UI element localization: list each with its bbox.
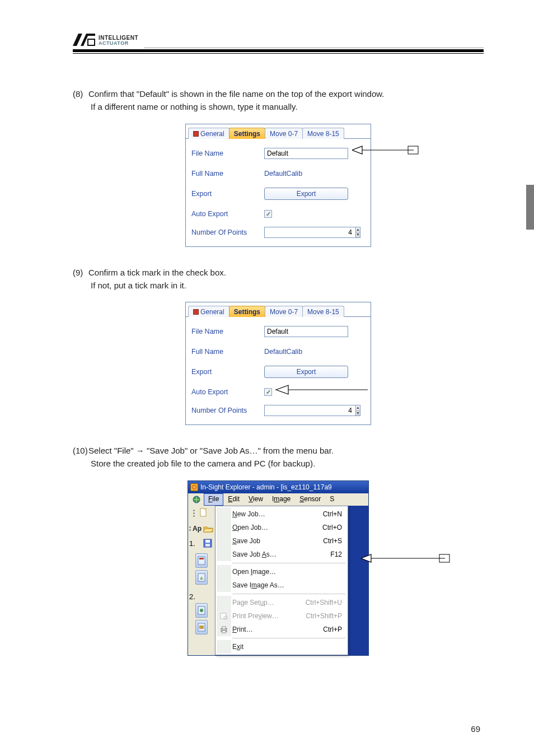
accel-page-setup: Ctrl+Shift+U: [306, 599, 342, 606]
menu-image[interactable]: Image: [268, 493, 295, 506]
menu-file-rest: ile: [212, 495, 219, 503]
tab-settings-2[interactable]: Settings: [229, 306, 265, 317]
svg-rect-15: [205, 544, 210, 547]
tab-move815[interactable]: Move 8-15: [302, 128, 344, 139]
file-name-input[interactable]: [264, 148, 348, 159]
menu-item-open-image[interactable]: Open Image…: [217, 565, 346, 578]
menubar: File Edit View Image Sensor S: [188, 493, 368, 506]
file-menu-dropdown: New Job… Ctrl+N Open Job… Ctrl+O Save Jo…: [215, 506, 348, 655]
spin-up-icon[interactable]: ▲: [356, 227, 360, 233]
tab-move815-2[interactable]: Move 8-15: [302, 306, 344, 317]
file-name-label-2: File Name: [191, 328, 264, 335]
number-points-input[interactable]: [264, 227, 355, 238]
menu-item-print[interactable]: Print… Ctrl+P: [217, 623, 346, 636]
file-name-input-2[interactable]: [264, 326, 348, 337]
full-name-label: Full Name: [191, 170, 264, 178]
spin-up-icon-2[interactable]: ▲: [356, 405, 360, 411]
step-9-line2: If not, put a tick mark in it.: [91, 279, 484, 292]
page-header: INTELLIGENT ACTUATOR: [73, 34, 484, 54]
svg-rect-27: [222, 631, 226, 633]
tab-general-label-2: General: [200, 308, 224, 316]
app-icon: [190, 483, 198, 491]
svg-point-20: [200, 609, 203, 612]
menu-item-exit[interactable]: Exit: [217, 640, 346, 654]
menu-separator-1: [232, 563, 345, 563]
tab-move07-label-2: Move 0-7: [270, 308, 298, 316]
step-9-number: (9): [73, 266, 88, 279]
step-10-line2: Store the created job file to the camera…: [91, 457, 484, 470]
export-button[interactable]: Export: [264, 188, 348, 200]
svg-rect-6: [408, 146, 418, 154]
menu-s-truncated[interactable]: S: [325, 493, 336, 506]
full-name-label-2: Full Name: [191, 348, 264, 356]
auto-export-checkbox-2[interactable]: [264, 388, 272, 396]
sidebar-ap-label: Ap: [193, 525, 202, 533]
accel-open-job: Ctrl+O: [322, 524, 342, 531]
print-preview-icon: [219, 612, 228, 620]
menu-item-print-preview: Print Preview… Ctrl+Shift+P: [217, 609, 346, 623]
menu-sensor[interactable]: Sensor: [295, 493, 325, 506]
tab-general-indicator-icon: [193, 131, 199, 137]
window-titlebar: In-Sight Explorer - admin - [is_ez110_11…: [188, 481, 368, 493]
accel-save-job: Ctrl+S: [323, 537, 342, 545]
tab-move07-label: Move 0-7: [270, 130, 298, 138]
tab-move07[interactable]: Move 0-7: [265, 128, 303, 139]
menu-item-new-job[interactable]: New Job… Ctrl+N: [217, 507, 346, 521]
accel-print: Ctrl+P: [323, 626, 342, 633]
tab-general[interactable]: General: [188, 128, 229, 139]
toolbar-open-icon[interactable]: [203, 523, 214, 534]
toolbar-new-icon[interactable]: [198, 507, 210, 519]
step-8-line1: Confirm that "Default" is shown in the f…: [88, 89, 384, 99]
page-number: 69: [471, 724, 480, 734]
export-button-2[interactable]: Export: [264, 366, 348, 378]
tab-move815-label-2: Move 8-15: [307, 308, 339, 316]
step-8: (8)Confirm that "Default" is shown in th…: [73, 87, 484, 114]
left-wizard-icon-1[interactable]: [195, 553, 208, 568]
svg-rect-14: [205, 540, 210, 543]
svg-rect-22: [199, 626, 204, 629]
menu-edit[interactable]: Edit: [223, 493, 244, 506]
svg-rect-17: [199, 558, 204, 559]
number-points-spinner[interactable]: ▲▼: [264, 227, 348, 238]
menu-separator-3: [232, 638, 345, 638]
file-name-label: File Name: [191, 150, 264, 157]
full-name-value-2: DefaultCalib: [264, 348, 365, 356]
left-wizard-icon-4[interactable]: [195, 620, 208, 634]
menu-separator-2: [232, 594, 345, 594]
menu-view[interactable]: View: [244, 493, 268, 506]
auto-export-checkbox[interactable]: [264, 210, 272, 218]
callout-arrow-save-as: [361, 552, 451, 564]
left-step-2: 2.: [189, 592, 195, 601]
step-10: (10)Select "File" → "Save Job" or "Save …: [73, 444, 484, 470]
menu-file[interactable]: File: [204, 493, 223, 506]
menu-item-save-job[interactable]: Save Job Ctrl+S: [217, 534, 346, 548]
svg-rect-30: [439, 554, 449, 562]
step-10-number: (10): [73, 444, 88, 457]
tab-general-label: General: [200, 130, 224, 138]
left-wizard-icon-3[interactable]: [195, 603, 208, 618]
menu-item-save-image-as[interactable]: Save Image As…: [217, 578, 346, 592]
auto-export-label: Auto Export: [191, 210, 264, 218]
left-wizard-icon-2[interactable]: [195, 570, 208, 585]
number-points-input-2[interactable]: [264, 405, 355, 416]
tab-settings[interactable]: Settings: [229, 128, 265, 139]
menu-item-page-setup: Page Setup… Ctrl+Shift+U: [217, 596, 346, 609]
step-8-line2: If a different name or nothing is shown,…: [91, 100, 484, 113]
tab-general-2[interactable]: General: [188, 306, 229, 317]
svg-rect-3: [88, 40, 94, 45]
left-step-1: 1.: [189, 539, 195, 548]
spin-down-icon[interactable]: ▼: [356, 232, 360, 237]
tab-settings-label: Settings: [234, 130, 260, 138]
settings-panel-2: General Settings Move 0-7 Move 8-15 File…: [185, 302, 371, 425]
print-icon: [219, 625, 228, 634]
toolbar-globe-icon[interactable]: [189, 493, 204, 506]
menu-item-open-job[interactable]: Open Job… Ctrl+O: [217, 521, 346, 534]
tab-move07-2[interactable]: Move 0-7: [265, 306, 303, 317]
toolbar-save-icon[interactable]: [202, 538, 214, 549]
spin-down-icon-2[interactable]: ▼: [356, 411, 360, 416]
number-points-spinner-2[interactable]: ▲▼: [264, 405, 348, 416]
full-name-value: DefaultCalib: [264, 170, 365, 178]
window-title: In-Sight Explorer - admin - [is_ez110_11…: [200, 483, 332, 491]
number-points-label: Number Of Points: [191, 228, 264, 236]
menu-item-save-job-as[interactable]: Save Job As… F12: [217, 548, 346, 561]
